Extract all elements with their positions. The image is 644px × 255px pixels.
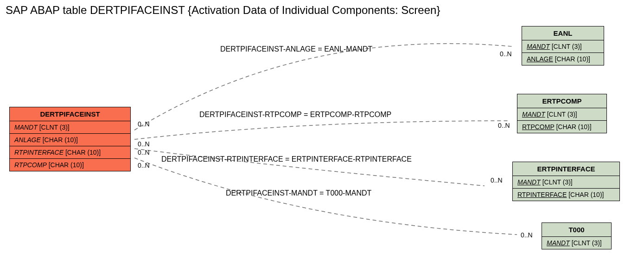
relationship-label: DERTPIFACEINST-RTPINTERFACE = ERTPINTERF… bbox=[161, 155, 412, 163]
cardinality-right: 0..N bbox=[521, 231, 533, 239]
entity-field: MANDT [CLNT (3)] bbox=[517, 108, 606, 121]
entity-field: RTPCOMP [CHAR (10)] bbox=[517, 121, 606, 133]
entity-field: RTPINTERFACE [CHAR (10)] bbox=[10, 146, 130, 159]
entity-header: DERTPIFACEINST bbox=[10, 107, 130, 121]
entity-header: EANL bbox=[522, 26, 604, 40]
cardinality-right: 0..N bbox=[500, 50, 512, 58]
entity-field: MANDT [CLNT (3)] bbox=[513, 176, 619, 189]
entity-ertpinterface: ERTPINTERFACE MANDT [CLNT (3)] RTPINTERF… bbox=[512, 162, 620, 201]
entity-field: ANLAGE [CHAR (10)] bbox=[522, 53, 604, 65]
cardinality-right: 0..N bbox=[498, 122, 510, 129]
entity-header: ERTPINTERFACE bbox=[513, 162, 619, 176]
entity-dertpifaceinst: DERTPIFACEINST MANDT [CLNT (3)] ANLAGE [… bbox=[9, 107, 131, 171]
entity-field: MANDT [CLNT (3)] bbox=[542, 237, 611, 249]
cardinality-right: 0..N bbox=[491, 177, 503, 184]
entity-eanl: EANL MANDT [CLNT (3)] ANLAGE [CHAR (10)] bbox=[522, 26, 604, 65]
entity-field: MANDT [CLNT (3)] bbox=[522, 40, 604, 53]
cardinality-left: 0..N bbox=[138, 149, 150, 156]
cardinality-left: 0..N bbox=[138, 140, 150, 148]
page-title: SAP ABAP table DERTPIFACEINST {Activatio… bbox=[6, 4, 440, 17]
entity-field: MANDT [CLNT (3)] bbox=[10, 121, 130, 134]
cardinality-left: 0..N bbox=[138, 120, 150, 128]
relationship-label: DERTPIFACEINST-RTPCOMP = ERTPCOMP-RTPCOM… bbox=[199, 111, 391, 119]
entity-ertpcomp: ERTPCOMP MANDT [CLNT (3)] RTPCOMP [CHAR … bbox=[517, 94, 607, 133]
entity-header: T000 bbox=[542, 223, 611, 237]
entity-header: ERTPCOMP bbox=[517, 94, 606, 108]
relationship-label: DERTPIFACEINST-MANDT = T000-MANDT bbox=[226, 189, 371, 197]
relationship-label: DERTPIFACEINST-ANLAGE = EANL-MANDT bbox=[220, 45, 372, 53]
cardinality-left: 0..N bbox=[138, 162, 150, 169]
entity-t000: T000 MANDT [CLNT (3)] bbox=[542, 222, 612, 249]
entity-field: RTPINTERFACE [CHAR (10)] bbox=[513, 189, 619, 201]
entity-field: ANLAGE [CHAR (10)] bbox=[10, 134, 130, 146]
entity-field: RTPCOMP [CHAR (10)] bbox=[10, 159, 130, 171]
